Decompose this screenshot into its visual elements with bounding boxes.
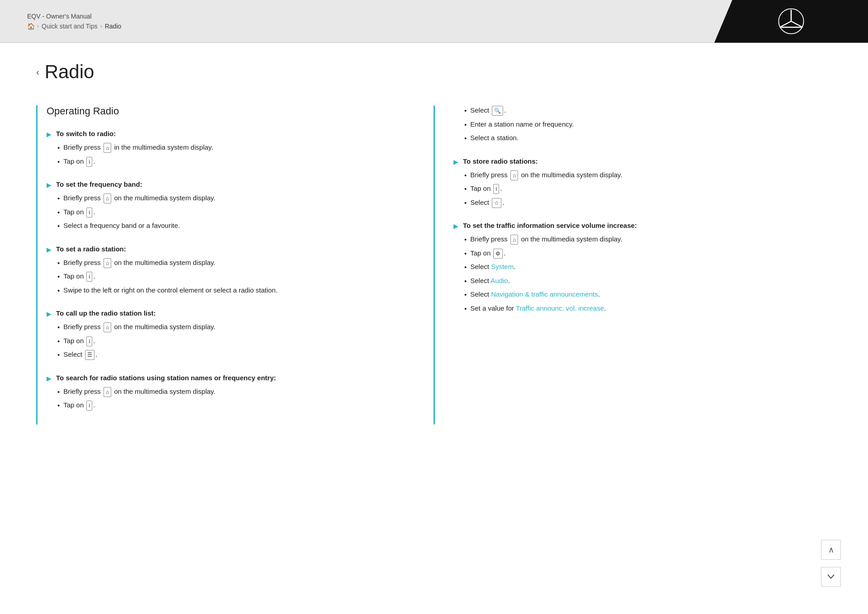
instr-title-row: ▶ To store radio stations: [453, 157, 832, 165]
column-divider [434, 105, 435, 425]
instr-title-freq: To set the frequency band: [56, 180, 142, 188]
header: EQV - Owner's Manual 🏠 › Quick start and… [0, 0, 868, 43]
list-item: Set a value for Traffic announc. vol. in… [464, 303, 832, 314]
instr-title-row: ▶ To set a radio station: [47, 245, 419, 253]
instr-title-row: ▶ To search for radio stations using sta… [47, 374, 419, 382]
two-col-layout: Operating Radio ▶ To switch to radio: Br… [36, 105, 832, 425]
home-icon-box: ⌂ [104, 194, 111, 203]
scroll-down-button[interactable] [821, 567, 841, 587]
audio-link[interactable]: Audio [491, 277, 508, 284]
logo-area [714, 0, 868, 43]
instr-title-row: ▶ To set the traffic information service… [453, 222, 832, 230]
home-icon-box: ⌂ [104, 387, 111, 397]
nav-traffic-link[interactable]: Navigation & traffic announcements [491, 290, 598, 298]
info-icon-box: i [493, 184, 499, 194]
instr-title-store: To store radio stations: [463, 157, 538, 165]
breadcrumb-sep-2: › [100, 23, 102, 29]
instr-arrow: ▶ [47, 310, 52, 317]
right-col-top-steps: Select 🔍. Enter a station name or freque… [453, 105, 832, 144]
home-icon-box: ⌂ [104, 322, 111, 332]
info-icon-box: i [86, 208, 92, 217]
home-icon[interactable]: 🏠 [27, 23, 34, 30]
list-icon-box: ☰ [85, 350, 94, 360]
list-item: Select 🔍. [464, 105, 832, 116]
list-item: Briefly press ⌂ on the multimedia system… [57, 387, 419, 397]
instr-store-stations: ▶ To store radio stations: Briefly press… [453, 157, 832, 208]
instr-steps-station: Briefly press ⌂ on the multimedia system… [47, 258, 419, 296]
page-header: ‹ Radio [36, 61, 832, 83]
list-item: Briefly press ⌂ on the multimedia system… [464, 170, 832, 181]
breadcrumb-sep-1: › [37, 23, 39, 29]
settings-icon-box: ⚙ [493, 249, 503, 259]
instr-traffic-volume: ▶ To set the traffic information service… [453, 222, 832, 314]
traffic-vol-link[interactable]: Traffic announc. vol. increase [516, 304, 604, 312]
instr-arrow: ▶ [47, 131, 52, 138]
page-title: Radio [45, 61, 94, 83]
info-icon-box: i [86, 401, 92, 411]
instr-title-list: To call up the radio station list: [56, 309, 156, 317]
list-item: Select Audio. [464, 276, 832, 287]
mercedes-logo [778, 8, 805, 35]
back-arrow[interactable]: ‹ [36, 67, 39, 77]
home-icon-box: ⌂ [104, 143, 111, 153]
list-item: Briefly press ⌂ on the multimedia system… [57, 193, 419, 204]
instr-switch-to-radio: ▶ To switch to radio: Briefly press ⌂ in… [47, 130, 419, 167]
instr-steps-switch: Briefly press ⌂ in the multimedia system… [47, 142, 419, 167]
instr-title-traffic: To set the traffic information service v… [463, 222, 637, 229]
list-item: Tap on i. [57, 156, 419, 167]
info-icon-box: i [86, 336, 92, 346]
info-icon-box: i [86, 157, 92, 167]
instr-title-switch: To switch to radio: [56, 130, 116, 137]
info-icon-box: i [86, 272, 92, 282]
list-item: Tap on i. [464, 184, 832, 194]
home-icon-box: ⌂ [510, 170, 518, 180]
list-item: Tap on i. [57, 400, 419, 411]
breadcrumb-section[interactable]: Quick start and Tips [42, 23, 98, 30]
list-item: Swipe to the left or right on the contro… [57, 285, 419, 296]
instr-title-search: To search for radio stations using stati… [56, 374, 276, 382]
instr-title-row: ▶ To call up the radio station list: [47, 309, 419, 317]
star-icon-box: ☆ [492, 198, 501, 208]
instr-steps-search: Briefly press ⌂ on the multimedia system… [47, 387, 419, 411]
expand-icon [826, 572, 835, 581]
instr-steps-traffic: Briefly press ⌂ on the multimedia system… [453, 234, 832, 314]
list-item: Briefly press ⌂ on the multimedia system… [464, 234, 832, 245]
instr-steps-list: Briefly press ⌂ on the multimedia system… [47, 322, 419, 360]
list-item: Select ☰. [57, 350, 419, 360]
instr-arrow: ▶ [47, 181, 52, 189]
instr-arrow: ▶ [453, 222, 458, 230]
list-item: Select Navigation & traffic announcement… [464, 289, 832, 300]
list-item: Tap on ⚙. [464, 248, 832, 259]
list-item: Select ☆. [464, 198, 832, 208]
home-icon-box: ⌂ [510, 235, 518, 245]
section-heading: Operating Radio [47, 105, 419, 117]
instr-call-up-list: ▶ To call up the radio station list: Bri… [47, 309, 419, 360]
list-item: Briefly press ⌂ on the multimedia system… [57, 322, 419, 333]
list-item: Enter a station name or frequency. [464, 119, 832, 130]
scroll-up-button[interactable]: ∧ [821, 540, 841, 560]
home-icon-box: ⌂ [104, 258, 111, 268]
instr-steps-freq: Briefly press ⌂ on the multimedia system… [47, 193, 419, 231]
right-column: Select 🔍. Enter a station name or freque… [449, 105, 832, 425]
instr-search-stations: ▶ To search for radio stations using sta… [47, 374, 419, 411]
instr-set-radio-station: ▶ To set a radio station: Briefly press … [47, 245, 419, 296]
left-column: Operating Radio ▶ To switch to radio: Br… [36, 105, 419, 425]
instr-arrow: ▶ [47, 375, 52, 382]
top-steps: Select 🔍. Enter a station name or freque… [453, 105, 832, 144]
list-item: Tap on i. [57, 336, 419, 347]
system-link[interactable]: System [491, 263, 514, 270]
instr-title-station: To set a radio station: [56, 245, 126, 253]
header-left: EQV - Owner's Manual 🏠 › Quick start and… [27, 13, 121, 30]
list-item: Select a frequency band or a favourite. [57, 221, 419, 231]
instr-set-frequency-band: ▶ To set the frequency band: Briefly pre… [47, 180, 419, 231]
instr-arrow: ▶ [47, 246, 52, 253]
instr-title-row: ▶ To switch to radio: [47, 130, 419, 138]
search-icon-box: 🔍 [492, 106, 503, 116]
list-item: Tap on i. [57, 271, 419, 282]
main-content: ‹ Radio Operating Radio ▶ To switch to r… [0, 43, 868, 613]
list-item: Briefly press ⌂ in the multimedia system… [57, 142, 419, 153]
list-item: Tap on i. [57, 207, 419, 218]
list-item: Briefly press ⌂ on the multimedia system… [57, 258, 419, 269]
breadcrumb: 🏠 › Quick start and Tips › Radio [27, 23, 121, 30]
instr-arrow: ▶ [453, 158, 458, 165]
